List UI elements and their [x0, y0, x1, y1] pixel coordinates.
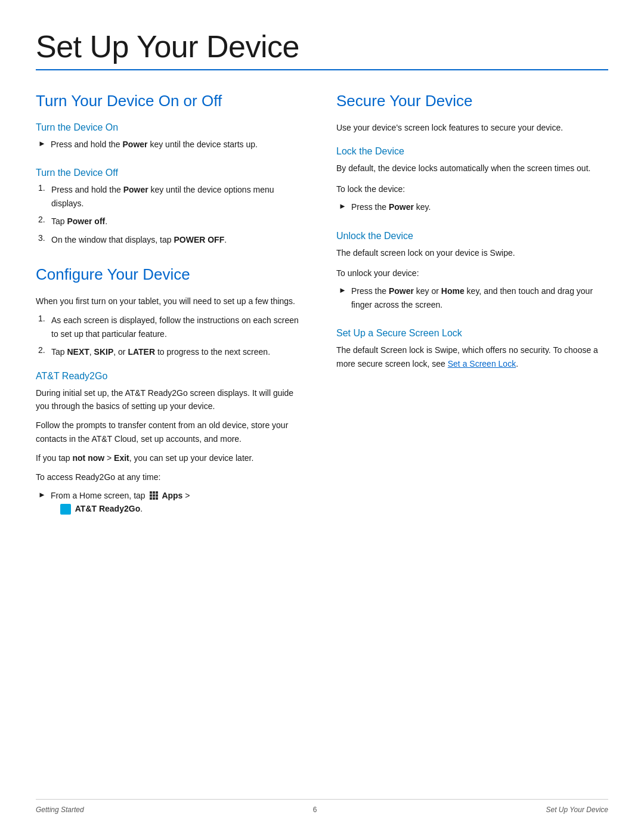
screen-lock-para: The default Screen lock is Swipe, which … [336, 343, 608, 370]
turn-off-list: 1. Press and hold the Power key until th… [36, 183, 308, 246]
svg-rect-4 [153, 494, 155, 497]
turn-off-text-1: Press and hold the Power key until the d… [51, 183, 308, 210]
sub-lock-heading: Lock the Device [336, 146, 608, 157]
page-footer: Getting Started 6 Set Up Your Device [36, 799, 608, 814]
configure-num-1: 1. [38, 314, 51, 323]
unlock-para2: To unlock your device: [336, 267, 608, 280]
title-divider [36, 69, 608, 70]
page-title: Set Up Your Device [36, 29, 608, 64]
configure-item-1: 1. As each screen is displayed, follow t… [38, 314, 308, 340]
unlock-bullet-text: Press the Power key or Home key, and the… [351, 284, 608, 311]
svg-rect-2 [156, 491, 158, 494]
configure-text-2: Tap NEXT, SKIP, or LATER to progress to … [51, 345, 270, 358]
list-num-1: 1. [38, 183, 51, 193]
set-screen-lock-link[interactable]: Set a Screen Lock [448, 359, 516, 368]
list-num-2: 2. [38, 215, 51, 224]
configure-num-2: 2. [38, 345, 51, 355]
turn-off-item-3: 3. On the window that displays, tap POWE… [38, 233, 308, 246]
svg-rect-5 [156, 494, 158, 497]
configure-item-2: 2. Tap NEXT, SKIP, or LATER to progress … [38, 345, 308, 358]
sub-screen-lock-heading: Set Up a Secure Screen Lock [336, 328, 608, 339]
svg-rect-0 [150, 491, 152, 494]
att-bullet: ► From a Home screen, tap [36, 489, 308, 521]
right-column: Secure Your Device Use your device's scr… [336, 92, 608, 524]
svg-rect-6 [150, 497, 152, 500]
sub-turn-off-heading: Turn the Device Off [36, 168, 308, 178]
two-column-layout: Turn Your Device On or Off Turn the Devi… [36, 92, 608, 524]
bullet-arrow-icon: ► [38, 139, 46, 148]
unlock-para1: The default screen lock on your device i… [336, 246, 608, 259]
sub-att-heading: AT&T Ready2Go [36, 371, 308, 382]
att-para1: During initial set up, the AT&T Ready2Go… [36, 386, 308, 413]
unlock-bullet-arrow-icon: ► [339, 286, 346, 295]
unlock-bullet: ► Press the Power key or Home key, and t… [336, 284, 608, 316]
att-para3: If you tap not now > Exit, you can set u… [36, 451, 308, 465]
configure-intro: When you first turn on your tablet, you … [36, 295, 308, 308]
left-column: Turn Your Device On or Off Turn the Devi… [36, 92, 308, 524]
att-para2: Follow the prompts to transfer content f… [36, 419, 308, 445]
configure-text-1: As each screen is displayed, follow the … [51, 314, 308, 340]
svg-rect-3 [150, 494, 152, 497]
svg-rect-7 [153, 497, 155, 500]
section-configure-heading: Configure Your Device [36, 265, 308, 284]
turn-on-bullet: ► Press and hold the Power key until the… [36, 138, 308, 156]
lock-bullet-text: Press the Power key. [351, 200, 431, 213]
turn-on-text: Press and hold the Power key until the d… [51, 138, 258, 151]
turn-off-item-2: 2. Tap Power off. [38, 215, 308, 228]
configure-list: 1. As each screen is displayed, follow t… [36, 314, 308, 358]
svg-rect-1 [153, 491, 155, 494]
turn-off-item-1: 1. Press and hold the Power key until th… [38, 183, 308, 210]
svg-rect-8 [156, 497, 158, 500]
lock-bullet: ► Press the Power key. [336, 200, 608, 218]
att-ready2go-icon [60, 504, 71, 515]
apps-grid-icon [149, 491, 159, 500]
lock-bullet-arrow-icon: ► [339, 202, 346, 210]
lock-para2: To lock the device: [336, 182, 608, 196]
sub-unlock-heading: Unlock the Device [336, 231, 608, 241]
footer-right-text: Set Up Your Device [546, 806, 608, 814]
att-para4: To access Ready2Go at any time: [36, 470, 308, 484]
sub-turn-on-heading: Turn the Device On [36, 122, 308, 133]
page-container: Set Up Your Device Turn Your Device On o… [0, 0, 644, 572]
att-bullet-arrow-icon: ► [38, 490, 46, 499]
turn-off-text-3: On the window that displays, tap POWER O… [51, 233, 227, 246]
configure-section: Configure Your Device When you first tur… [36, 265, 308, 521]
section-turn-device-heading: Turn Your Device On or Off [36, 92, 308, 110]
secure-intro: Use your device's screen lock features t… [336, 121, 608, 134]
footer-page-number: 6 [313, 806, 317, 814]
lock-para1: By default, the device locks automatical… [336, 162, 608, 175]
turn-off-text-2: Tap Power off. [51, 215, 107, 228]
footer-left-text: Getting Started [36, 806, 84, 814]
att-bullet-text: From a Home screen, tap [51, 489, 190, 516]
section-secure-heading: Secure Your Device [336, 92, 608, 110]
list-num-3: 3. [38, 233, 51, 243]
